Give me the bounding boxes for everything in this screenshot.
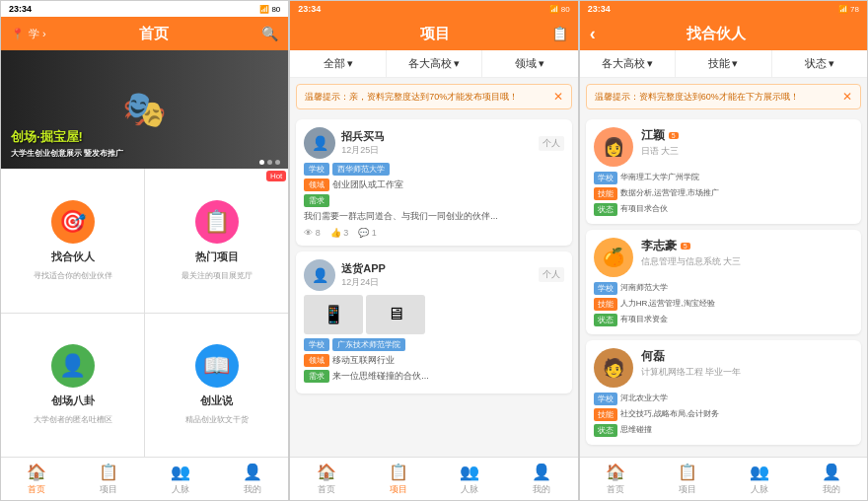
- partner-avatar-1: 👩: [594, 127, 633, 167]
- project-card-1[interactable]: 👤 招兵买马 12月25日 个人 学校 西华师范大学 领域 创业团队或工作室: [296, 119, 571, 246]
- partner-header-2: 🍊 李志豪 5 信息管理与信息系统 大三: [594, 238, 853, 277]
- tab2-profile-icon: 👤: [532, 463, 551, 481]
- filter-p-status-label: 状态: [805, 56, 827, 71]
- list-icon[interactable]: 📋: [551, 26, 568, 41]
- filter-domain-arrow: ▾: [539, 57, 544, 70]
- tab3-profile[interactable]: 👤 我的: [795, 458, 867, 500]
- partner-card-3[interactable]: 🧑 何磊 计算机网络工程 毕业一年 学校 河北农业大学 技能: [586, 340, 861, 445]
- tag-domain2-value: 移动互联网行业: [332, 354, 395, 367]
- startup-sub: 精品创业软文干货: [185, 414, 249, 425]
- tab-profile-label: 我的: [244, 483, 261, 496]
- signal-icon: 📶: [259, 5, 269, 14]
- project-name-2: 送货APP: [341, 261, 532, 276]
- field-skill-1: 技能 数据分析,运营管理,市场推广: [594, 187, 853, 200]
- tab3-network-label: 人脉: [751, 483, 768, 496]
- filter-p-status[interactable]: 状态 ▾: [772, 50, 867, 77]
- partners-list: 👩 江颖 5 日语 大三 学校 华南理工大学广州学院: [580, 115, 867, 457]
- partner-fields-2: 学校 河南师范大学 技能 人力HR,运营管理,淘宝经验 状态 有项目求资金: [594, 282, 853, 326]
- filter-all-label: 全部: [324, 56, 345, 71]
- tab2-network[interactable]: 👥 人脉: [434, 458, 506, 500]
- filter-domain[interactable]: 领域 ▾: [482, 50, 577, 77]
- tab-profile-icon: 👤: [243, 463, 262, 481]
- status-time: 23:34: [9, 4, 32, 14]
- nav-left: 📍 学 ›: [11, 27, 46, 41]
- tab3-home[interactable]: 🏠 首页: [580, 458, 652, 500]
- startup-icon: 📖: [195, 344, 239, 388]
- phone-partners: 23:34 📶 78 ‹ 找合伙人 各大高校 ▾ 技能 ▾ 状态 ▾: [579, 0, 868, 501]
- tab2-network-icon: 👥: [460, 463, 479, 481]
- skill-label-2: 技能: [594, 298, 617, 311]
- grid-item-hotprojects[interactable]: 📋 热门项目 最关注的项目展览厅: [145, 169, 288, 313]
- tag-school-value: 西华师范大学: [332, 163, 390, 176]
- filter-p-schools-label: 各大高校: [602, 56, 645, 71]
- filter-all-arrow: ▾: [347, 57, 353, 70]
- tab-network[interactable]: 👥 人脉: [145, 458, 217, 500]
- tab2-projects[interactable]: 📋 项目: [362, 458, 434, 500]
- tag-school2-label: 学校: [304, 338, 329, 351]
- banner-dots: [259, 160, 280, 165]
- status-label-2: 状态: [594, 314, 617, 326]
- status-time-pp: 23:34: [588, 4, 611, 14]
- app-container: 23:34 📶 80 📍 学 › 首页 🔍 🎭 创场·掘宝屋! 大学生创业创意展…: [0, 0, 868, 501]
- filter-all[interactable]: 全部 ▾: [290, 50, 386, 77]
- grid-item-startup[interactable]: 📖 创业说 精品创业软文干货: [145, 314, 288, 458]
- field-status-1: 状态 有项目求合伙: [594, 203, 853, 216]
- tab-projects-icon: 📋: [99, 463, 118, 481]
- tab3-projects[interactable]: 📋 项目: [651, 458, 723, 500]
- phone-projects: 23:34 📶 80 项目 📋 全部 ▾ 各大高校 ▾ 领域 ▾: [289, 0, 578, 501]
- tab2-network-label: 人脉: [461, 483, 478, 496]
- filter-p-schools-arrow: ▾: [647, 57, 653, 70]
- like-count: 👍 3: [330, 228, 349, 238]
- tab-home-icon: 🏠: [27, 463, 46, 481]
- field-skill-2: 技能 人力HR,运营管理,淘宝经验: [594, 298, 853, 311]
- project-info-2: 送货APP 12月24日: [341, 261, 532, 289]
- tag-school2-value: 广东技术师范学院: [332, 338, 405, 351]
- tab2-projects-label: 项目: [390, 483, 407, 496]
- project-domain-1: 领域 创业团队或工作室: [304, 179, 563, 191]
- filter-p-status-arrow: ▾: [829, 57, 834, 70]
- tab-profile[interactable]: 👤 我的: [216, 458, 288, 500]
- hotprojects-label: 热门项目: [195, 250, 239, 264]
- partner-header-1: 👩 江颖 5 日语 大三: [594, 127, 853, 167]
- status-bar-home: 23:34 📶 80: [1, 1, 288, 17]
- partner-header-3: 🧑 何磊 计算机网络工程 毕业一年: [594, 348, 853, 388]
- tab3-projects-icon: 📋: [678, 463, 697, 481]
- filter-p-schools[interactable]: 各大高校 ▾: [580, 50, 676, 77]
- status-value-1: 有项目求合伙: [620, 203, 668, 214]
- filter-p-skills[interactable]: 技能 ▾: [676, 50, 771, 77]
- grid-item-partners[interactable]: 🎯 找合伙人 寻找适合你的创业伙伴: [1, 169, 144, 313]
- tab3-home-icon: 🏠: [606, 463, 625, 481]
- grid-item-gossip[interactable]: 👤 创场八卦 大学创者的匿名吐槽区: [1, 314, 144, 458]
- status-bar-projects: 23:34 📶 80: [290, 1, 577, 17]
- partner-card-2[interactable]: 🍊 李志豪 5 信息管理与信息系统 大三 学校 河南师范大学: [586, 230, 861, 334]
- project-type-1: 个人: [539, 136, 564, 151]
- project-header-2: 👤 送货APP 12月24日 个人: [304, 259, 563, 291]
- tab-projects[interactable]: 📋 项目: [73, 458, 145, 500]
- tab2-home[interactable]: 🏠 首页: [290, 458, 362, 500]
- tab-home[interactable]: 🏠 首页: [1, 458, 73, 500]
- alert-close-partners[interactable]: ✕: [842, 90, 852, 104]
- tab-network-label: 人脉: [172, 483, 189, 496]
- tab3-network[interactable]: 👥 人脉: [723, 458, 795, 500]
- status-icons-p: 📶 80: [549, 5, 570, 14]
- partner-name-1: 江颖: [641, 127, 665, 144]
- partner-avatar-3: 🧑: [594, 348, 633, 388]
- partner-badge-2: 5: [681, 243, 690, 250]
- tab-network-icon: 👥: [171, 463, 190, 481]
- dot-1: [259, 160, 264, 165]
- tab3-profile-label: 我的: [823, 483, 840, 496]
- partner-meta-1: 日语 大三: [641, 145, 853, 158]
- banner-sub: 大学生创业创意展示 暨发布推广: [11, 148, 123, 159]
- project-desc-1: 我们需要一群志同道合、与我们一同创业的伙伴...: [304, 210, 563, 223]
- alert-close-projects[interactable]: ✕: [553, 90, 563, 104]
- filter-schools[interactable]: 各大高校 ▾: [387, 50, 482, 77]
- project-card-2[interactable]: 👤 送货APP 12月24日 个人 📱 🖥 学校 广东技术师范学院 领域: [296, 251, 571, 394]
- filter-schools-arrow: ▾: [454, 57, 460, 70]
- alert-text-partners: 温馨提示：资料完整度达到60%才能在下方展示哦！: [595, 91, 799, 104]
- partner-card-1[interactable]: 👩 江颖 5 日语 大三 学校 华南理工大学广州学院: [586, 119, 861, 224]
- partner-name-row-1: 江颖 5: [641, 127, 853, 144]
- project-tags-1: 学校 西华师范大学: [304, 163, 563, 176]
- search-icon[interactable]: 🔍: [261, 26, 278, 41]
- tab3-home-label: 首页: [607, 483, 624, 496]
- tab2-profile[interactable]: 👤 我的: [506, 458, 578, 500]
